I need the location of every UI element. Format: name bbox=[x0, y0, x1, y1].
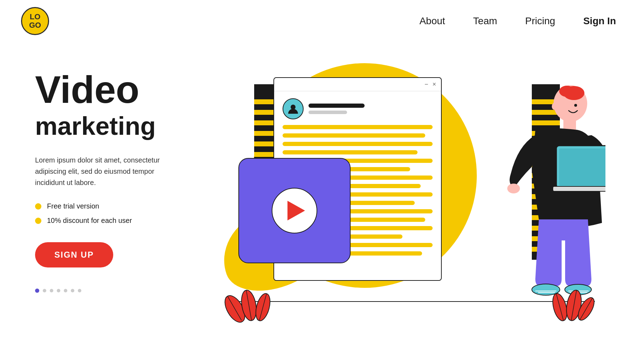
hero-title-video: Video bbox=[35, 70, 210, 109]
content-line-3 bbox=[283, 142, 433, 146]
pagination-dot-6[interactable] bbox=[71, 289, 74, 292]
nav-team[interactable]: Team bbox=[473, 15, 497, 27]
svg-rect-40 bbox=[559, 148, 605, 186]
feature-dot-2 bbox=[35, 218, 41, 224]
nav-pricing[interactable]: Pricing bbox=[525, 15, 555, 27]
profile-row bbox=[283, 98, 433, 119]
header: LO GO About Team Pricing Sign In bbox=[0, 0, 644, 42]
nav-signin[interactable]: Sign In bbox=[583, 15, 616, 27]
leaves-bottom-right bbox=[546, 281, 595, 323]
avatar-icon bbox=[287, 102, 299, 115]
browser-titlebar: − × bbox=[274, 78, 441, 91]
content-line-1 bbox=[283, 125, 433, 129]
svg-rect-36 bbox=[563, 119, 576, 130]
svg-point-48 bbox=[574, 104, 577, 107]
nav-about[interactable]: About bbox=[419, 15, 445, 27]
leaves-bottom-left bbox=[221, 281, 277, 323]
content-line-2 bbox=[283, 133, 425, 138]
svg-rect-41 bbox=[553, 186, 605, 191]
right-illustration: − × bbox=[203, 56, 616, 344]
feature-text-1: Free trial version bbox=[47, 202, 99, 210]
pagination-dot-7[interactable] bbox=[78, 289, 81, 292]
pagination-dot-1[interactable] bbox=[35, 289, 39, 293]
logo[interactable]: LO GO bbox=[21, 7, 49, 35]
pagination-dot-3[interactable] bbox=[50, 289, 53, 292]
features-list: Free trial version 10% discount for each… bbox=[35, 202, 210, 225]
profile-lines bbox=[309, 104, 365, 114]
hero-description: Lorem ipsum dolor sit amet, consectetur … bbox=[35, 154, 182, 188]
svg-point-37 bbox=[507, 184, 520, 193]
pagination-dot-2[interactable] bbox=[43, 289, 46, 292]
main-nav: About Team Pricing Sign In bbox=[419, 15, 616, 27]
video-play-card[interactable] bbox=[238, 158, 351, 263]
profile-line-long bbox=[309, 104, 365, 108]
play-triangle-icon bbox=[287, 201, 305, 220]
svg-point-32 bbox=[291, 105, 296, 110]
feature-text-2: 10% discount for each user bbox=[47, 217, 132, 225]
browser-close-btn[interactable]: × bbox=[432, 81, 436, 88]
main-content: Video marketing Lorem ipsum dolor sit am… bbox=[0, 56, 644, 344]
svg-point-35 bbox=[559, 86, 575, 97]
profile-avatar bbox=[283, 98, 304, 119]
play-circle[interactable] bbox=[272, 188, 317, 233]
signup-button[interactable]: SIGN UP bbox=[35, 242, 113, 267]
browser-minimize-btn[interactable]: − bbox=[425, 81, 428, 88]
svg-point-49 bbox=[552, 103, 557, 110]
hero-title-marketing: marketing bbox=[35, 112, 210, 140]
pagination-dot-5[interactable] bbox=[64, 289, 67, 292]
pagination bbox=[35, 289, 210, 293]
feature-item-1: Free trial version bbox=[35, 202, 210, 210]
feature-dot-1 bbox=[35, 203, 41, 210]
pagination-dot-4[interactable] bbox=[57, 289, 60, 292]
profile-line-short bbox=[309, 111, 347, 114]
feature-item-2: 10% discount for each user bbox=[35, 217, 210, 225]
content-line-4 bbox=[283, 150, 418, 154]
left-panel: Video marketing Lorem ipsum dolor sit am… bbox=[35, 56, 210, 293]
